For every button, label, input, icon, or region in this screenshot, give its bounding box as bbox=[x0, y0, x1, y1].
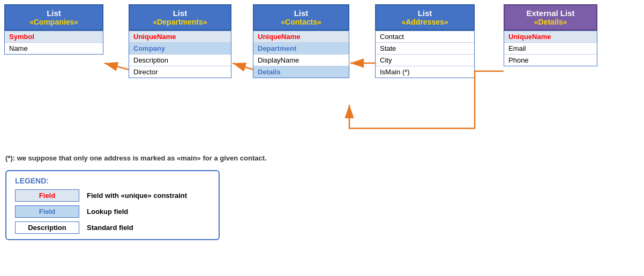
departments-field-uniquename: UniqueName bbox=[129, 31, 231, 43]
list-addresses: List «Addresses» Contact State City IsMa… bbox=[375, 4, 475, 78]
addresses-field-state: State bbox=[376, 43, 474, 55]
addresses-field-city: City bbox=[376, 55, 474, 66]
svg-line-2 bbox=[233, 63, 253, 70]
departments-field-company: Company bbox=[129, 43, 231, 55]
legend-field-lookup: Field bbox=[15, 205, 79, 218]
external-title: External List bbox=[509, 9, 592, 18]
companies-fields: Symbol Name bbox=[4, 30, 103, 55]
addresses-title: List bbox=[380, 9, 469, 18]
departments-title: List bbox=[134, 9, 226, 18]
addresses-field-ismain: IsMain (*) bbox=[376, 66, 474, 78]
departments-stereotype: «Departments» bbox=[134, 18, 226, 26]
contacts-title: List bbox=[258, 9, 344, 18]
external-field-uniquename: UniqueName bbox=[504, 31, 597, 43]
legend-desc-lookup: Lookup field bbox=[87, 208, 128, 216]
list-companies: List «Companies» Symbol Name bbox=[4, 4, 103, 55]
legend-row-unique: Field Field with «unique» constraint bbox=[15, 189, 210, 202]
list-contacts: List «Contacts» UniqueName Department Di… bbox=[253, 4, 349, 78]
legend-field-standard: Description bbox=[15, 221, 79, 234]
addresses-field-contact: Contact bbox=[376, 31, 474, 43]
companies-field-symbol: Symbol bbox=[5, 31, 103, 43]
departments-field-description: Description bbox=[129, 55, 231, 66]
list-external: External List «Details» UniqueName Email… bbox=[504, 4, 597, 66]
contacts-field-details: Details bbox=[253, 66, 349, 78]
external-header: External List «Details» bbox=[504, 4, 597, 30]
external-field-email: Email bbox=[504, 43, 597, 55]
companies-title: List bbox=[10, 9, 98, 18]
legend-box: LEGEND: Field Field with «unique» constr… bbox=[5, 170, 220, 240]
companies-header: List «Companies» bbox=[4, 4, 103, 30]
addresses-fields: Contact State City IsMain (*) bbox=[375, 30, 475, 78]
external-stereotype: «Details» bbox=[509, 18, 592, 26]
legend-desc-standard: Standard field bbox=[87, 224, 133, 232]
legend-title: LEGEND: bbox=[15, 177, 210, 185]
contacts-field-uniquename: UniqueName bbox=[253, 31, 349, 43]
external-field-phone: Phone bbox=[504, 55, 597, 66]
diagram-area: List «Companies» Symbol Name List «Depar… bbox=[0, 0, 644, 276]
companies-stereotype: «Companies» bbox=[10, 18, 98, 26]
legend-row-standard: Description Standard field bbox=[15, 221, 210, 234]
note-text: (*): we suppose that only one address is… bbox=[5, 154, 267, 162]
svg-line-1 bbox=[104, 63, 129, 70]
addresses-stereotype: «Addresses» bbox=[380, 18, 469, 26]
legend-desc-unique: Field with «unique» constraint bbox=[87, 191, 187, 200]
companies-field-name: Name bbox=[5, 43, 103, 54]
external-fields: UniqueName Email Phone bbox=[504, 30, 597, 66]
contacts-header: List «Contacts» bbox=[253, 4, 349, 30]
legend-row-lookup: Field Lookup field bbox=[15, 205, 210, 218]
contacts-stereotype: «Contacts» bbox=[258, 18, 344, 26]
departments-fields: UniqueName Company Description Director bbox=[129, 30, 231, 78]
contacts-field-department: Department bbox=[253, 43, 349, 55]
legend-field-unique: Field bbox=[15, 189, 79, 202]
addresses-header: List «Addresses» bbox=[375, 4, 475, 30]
list-departments: List «Departments» UniqueName Company De… bbox=[129, 4, 231, 78]
departments-header: List «Departments» bbox=[129, 4, 231, 30]
departments-field-director: Director bbox=[129, 66, 231, 78]
contacts-field-displayname: DisplayName bbox=[253, 55, 349, 66]
contacts-fields: UniqueName Department DisplayName Detail… bbox=[253, 30, 349, 78]
